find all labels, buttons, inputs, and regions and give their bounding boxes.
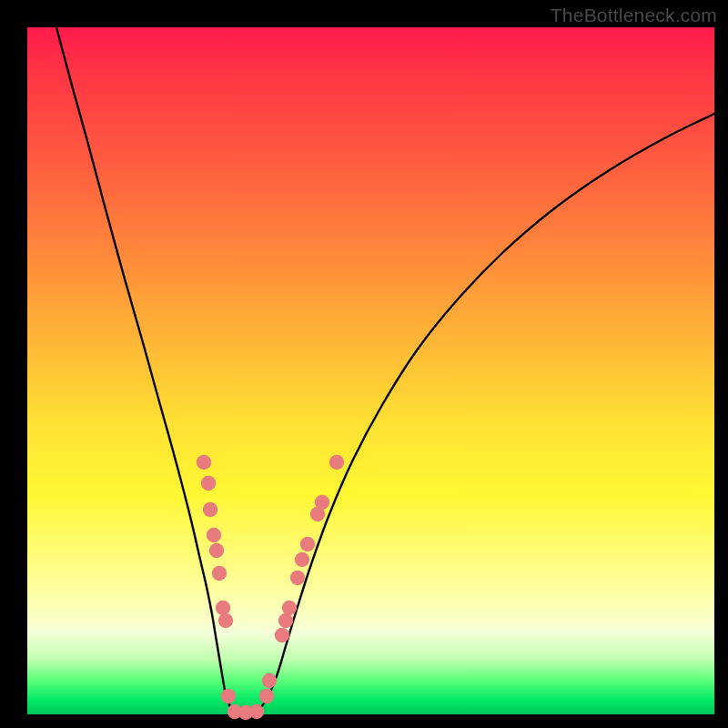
data-marker [212, 566, 227, 581]
data-marker [295, 552, 309, 567]
data-marker [262, 673, 277, 688]
data-marker [221, 689, 236, 703]
data-marker [282, 601, 297, 615]
data-marker [203, 502, 217, 517]
data-marker [216, 601, 230, 615]
curve-right [238, 114, 714, 713]
data-marker [275, 628, 289, 642]
chart-frame: TheBottleneck.com [0, 0, 728, 728]
data-marker [249, 704, 264, 719]
data-marker [218, 613, 233, 628]
data-marker [290, 571, 305, 585]
data-marker [207, 528, 221, 542]
data-marker [315, 495, 329, 510]
data-marker [197, 455, 211, 470]
data-marker [300, 537, 315, 551]
curve-left [56, 27, 238, 713]
data-marker [209, 543, 224, 558]
data-marker [278, 613, 293, 628]
data-marker [259, 689, 274, 703]
chart-svg [27, 27, 714, 714]
data-marker [329, 455, 344, 470]
watermark-text: TheBottleneck.com [551, 5, 717, 26]
markers-right [259, 455, 344, 703]
data-marker [201, 476, 216, 490]
chart-plot-area [27, 27, 714, 714]
